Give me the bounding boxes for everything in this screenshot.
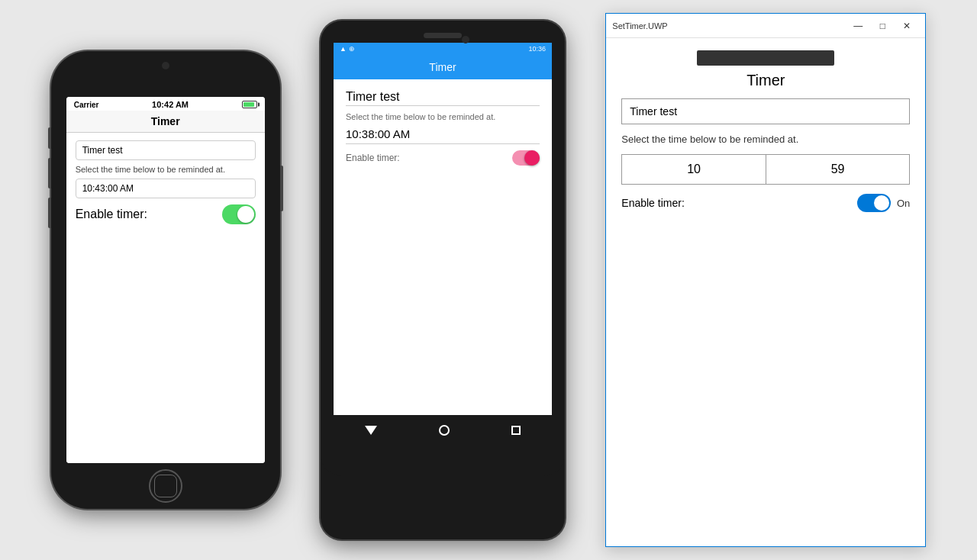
uwp-header: Timer [621, 50, 910, 89]
ios-status-bar: Carrier 10:42 AM [66, 97, 265, 111]
ios-home-button[interactable] [149, 469, 182, 503]
uwp-toggle[interactable] [857, 194, 891, 212]
android-signal-icon: ⊕ [349, 45, 355, 53]
android-title[interactable]: Timer test [346, 90, 540, 104]
ios-volume-down-button[interactable] [48, 198, 51, 228]
android-speaker [424, 33, 462, 38]
android-bottom-bar [321, 446, 565, 476]
ios-reminder-label: Select the time below to be reminded at. [76, 165, 256, 174]
ios-battery [242, 101, 257, 108]
uwp-enable-label: Enable timer: [621, 197, 684, 209]
ios-carrier: Carrier [74, 101, 99, 109]
android-toolbar: Timer [334, 55, 552, 79]
android-wifi-icon: ▲ [340, 45, 347, 53]
uwp-maximize-button[interactable]: □ [870, 14, 895, 38]
android-status-left: ▲ ⊕ [340, 45, 355, 53]
android-toggle-knob [524, 150, 540, 166]
android-nav-bar [334, 415, 552, 446]
android-status-right: 10:36 [528, 45, 546, 53]
uwp-time-minute[interactable]: 59 [766, 154, 911, 185]
uwp-on-label: On [897, 198, 910, 209]
uwp-header-bar [697, 50, 834, 66]
android-toggle[interactable] [512, 150, 540, 166]
uwp-window: SetTimer.UWP — □ ✕ Timer Select the time… [605, 13, 926, 547]
uwp-content: Timer Select the time below to be remind… [606, 38, 925, 546]
uwp-reminder-label: Select the time below to be reminded at. [621, 134, 910, 145]
ios-title-input[interactable]: Timer test [76, 140, 256, 160]
uwp-time-hour[interactable]: 10 [621, 154, 766, 185]
ios-nav-title: Timer [151, 115, 180, 127]
uwp-window-title: SetTimer.UWP [612, 21, 667, 31]
uwp-title-bar: SetTimer.UWP — □ ✕ [606, 14, 925, 38]
uwp-minimize-button[interactable]: — [846, 14, 870, 38]
ios-home-button-inner [154, 475, 177, 497]
android-phone: ▲ ⊕ 10:36 Timer Timer test Select the ti… [321, 21, 565, 539]
android-camera [462, 36, 469, 43]
android-toggle-row: Enable timer: [346, 150, 540, 166]
android-time-divider [346, 143, 540, 144]
ios-mute-button[interactable] [48, 127, 51, 149]
ios-enable-label: Enable timer: [76, 208, 147, 221]
ios-volume-up-button[interactable] [48, 158, 51, 188]
uwp-toggle-knob [874, 195, 889, 211]
uwp-toggle-right: On [857, 194, 910, 212]
android-time: 10:36 [528, 45, 546, 53]
android-screen: ▲ ⊕ 10:36 Timer Timer test Select the ti… [334, 43, 552, 446]
ios-toggle-knob [237, 206, 254, 223]
android-toolbar-title: Timer [429, 61, 456, 73]
uwp-toggle-row: Enable timer: On [621, 194, 910, 212]
android-status-bar: ▲ ⊕ 10:36 [334, 43, 552, 55]
android-content: Timer test Select the time below to be r… [334, 79, 552, 415]
ios-nav-bar: Timer [66, 111, 265, 133]
ios-screen: Carrier 10:42 AM Timer Timer test Select… [66, 97, 265, 463]
ios-toggle[interactable] [222, 204, 256, 224]
ios-time-display[interactable]: 10:43:00 AM [76, 179, 256, 198]
android-back-button[interactable] [365, 426, 377, 435]
ios-toggle-row: Enable timer: [76, 204, 256, 224]
android-enable-label: Enable timer: [346, 153, 400, 163]
ios-phone: Carrier 10:42 AM Timer Timer test Select… [51, 51, 280, 509]
android-divider [346, 105, 540, 106]
uwp-close-button[interactable]: ✕ [895, 14, 919, 38]
uwp-title-input[interactable] [621, 98, 910, 124]
uwp-page-title: Timer [621, 72, 910, 89]
android-home-button[interactable] [439, 425, 450, 436]
ios-home-button-area [149, 463, 182, 509]
ios-time: 10:42 AM [152, 100, 189, 109]
uwp-window-controls: — □ ✕ [846, 14, 919, 38]
android-recents-button[interactable] [511, 426, 521, 435]
ios-content: Timer test Select the time below to be r… [66, 133, 265, 463]
android-reminder-label: Select the time below to be reminded at. [346, 112, 540, 121]
uwp-time-row: 10 59 [621, 154, 910, 185]
ios-power-button[interactable] [280, 166, 283, 211]
ios-notch [51, 51, 280, 97]
android-time-display[interactable]: 10:38:00 AM [346, 127, 540, 140]
ios-camera [162, 62, 169, 69]
